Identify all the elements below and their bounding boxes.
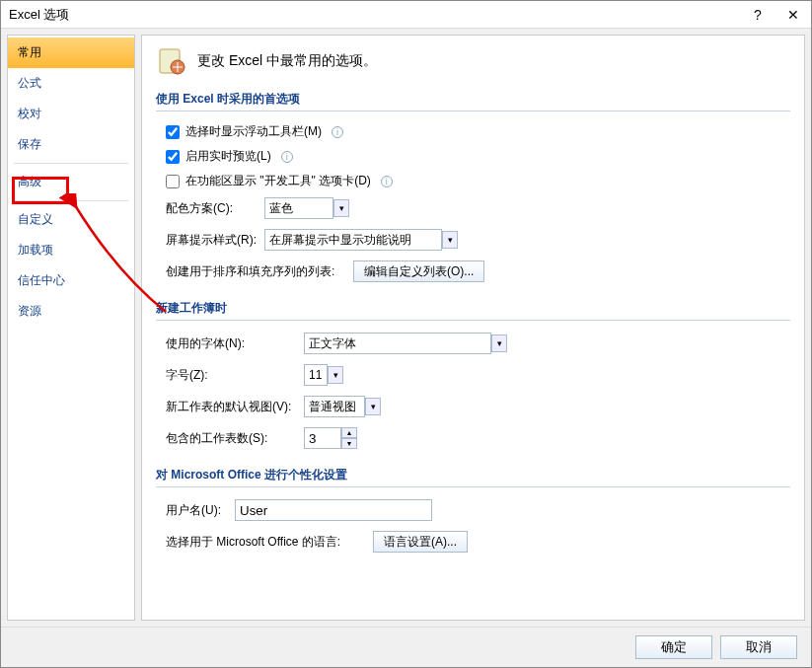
checkbox-label: 选择时显示浮动工具栏(M) (185, 123, 322, 140)
sidebar-item-formulas[interactable]: 公式 (8, 68, 134, 99)
sheets-spinner[interactable] (304, 427, 341, 449)
sidebar-item-proofing[interactable]: 校对 (8, 99, 134, 129)
checkbox-label: 在功能区显示 "开发工具" 选项卡(D) (185, 173, 371, 189)
username-input[interactable] (235, 499, 432, 521)
font-label: 使用的字体(N): (166, 335, 304, 352)
info-icon[interactable]: i (281, 151, 293, 163)
spinner-up[interactable]: ▲ (341, 427, 357, 438)
sidebar-item-advanced[interactable]: 高级 (8, 167, 134, 197)
spinner-down[interactable]: ▼ (341, 438, 357, 449)
checkbox-label: 启用实时预览(L) (185, 148, 271, 165)
language-label: 选择用于 Microsoft Office 的语言: (166, 534, 373, 551)
dropdown-button[interactable]: ▾ (365, 398, 381, 415)
dropdown-button[interactable]: ▾ (442, 231, 458, 249)
checkbox-livepreview[interactable] (166, 150, 180, 164)
font-select[interactable]: 正文字体 (304, 333, 491, 354)
close-button[interactable]: ✕ (783, 7, 803, 23)
view-select[interactable]: 普通视图 (304, 396, 365, 417)
color-scheme-select[interactable]: 蓝色 (264, 197, 333, 219)
help-button[interactable]: ? (748, 7, 768, 23)
info-icon[interactable]: i (332, 126, 343, 138)
username-label: 用户名(U): (166, 502, 235, 519)
sidebar-item-common[interactable]: 常用 (8, 37, 134, 68)
sheets-label: 包含的工作表数(S): (166, 430, 304, 447)
dialog-footer: 确定 取消 (1, 627, 811, 667)
size-select[interactable]: 11 (304, 364, 328, 386)
checkbox-developer[interactable] (166, 175, 180, 188)
sidebar-item-addins[interactable]: 加载项 (8, 235, 134, 265)
screentip-label: 屏幕提示样式(R): (166, 232, 264, 249)
sidebar-item-save[interactable]: 保存 (8, 129, 134, 160)
dropdown-button[interactable]: ▾ (333, 199, 349, 217)
sidebar: 常用 公式 校对 保存 高级 自定义 加载项 信任中心 资源 (7, 35, 135, 621)
edit-custom-lists-button[interactable]: 编辑自定义列表(O)... (353, 260, 484, 282)
size-label: 字号(Z): (166, 367, 304, 384)
color-scheme-label: 配色方案(C): (166, 200, 264, 217)
checkbox-minitoolbar[interactable] (166, 125, 180, 139)
section-title-preferences: 使用 Excel 时采用的首选项 (156, 91, 790, 111)
info-icon[interactable]: i (381, 176, 393, 187)
dialog-title: Excel 选项 (9, 6, 748, 24)
titlebar: Excel 选项 ? ✕ (1, 1, 811, 29)
custom-lists-label: 创建用于排序和填充序列的列表: (166, 263, 353, 280)
section-title-personalize: 对 Microsoft Office 进行个性化设置 (156, 467, 790, 487)
main-panel: 更改 Excel 中最常用的选项。 使用 Excel 时采用的首选项 选择时显示… (141, 35, 805, 621)
dropdown-button[interactable]: ▾ (491, 334, 507, 352)
screentip-select[interactable]: 在屏幕提示中显示功能说明 (264, 229, 442, 251)
sidebar-item-resources[interactable]: 资源 (8, 296, 134, 327)
options-icon (156, 45, 187, 77)
sidebar-item-trust[interactable]: 信任中心 (8, 265, 134, 296)
language-settings-button[interactable]: 语言设置(A)... (373, 531, 468, 553)
cancel-button[interactable]: 取消 (720, 635, 797, 659)
ok-button[interactable]: 确定 (635, 635, 712, 659)
dropdown-button[interactable]: ▾ (328, 366, 343, 384)
header-text: 更改 Excel 中最常用的选项。 (197, 52, 377, 70)
section-title-newbook: 新建工作簿时 (156, 300, 790, 321)
view-label: 新工作表的默认视图(V): (166, 399, 304, 415)
sidebar-item-customize[interactable]: 自定义 (8, 204, 134, 235)
options-dialog: Excel 选项 ? ✕ 常用 公式 校对 保存 高级 自定义 加载项 信任中心… (0, 0, 812, 668)
